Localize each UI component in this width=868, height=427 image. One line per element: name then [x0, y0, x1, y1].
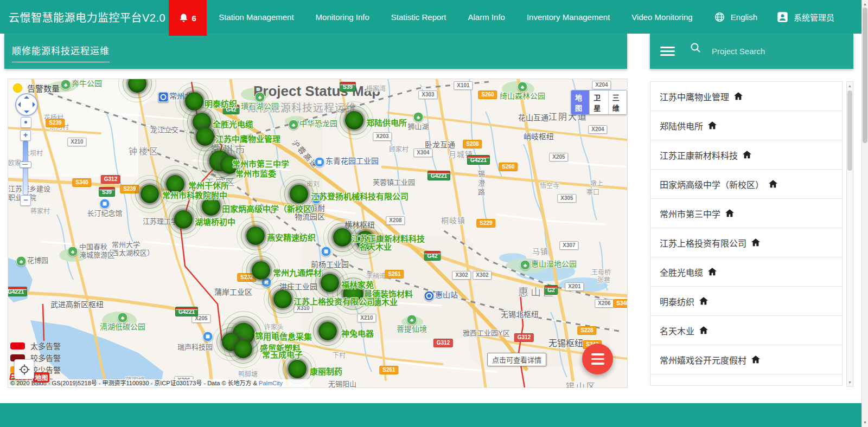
palmcity-link[interactable]: PalmCity	[259, 380, 283, 386]
pan-down-icon[interactable]	[24, 111, 29, 113]
map-road-badge: X303	[418, 90, 437, 99]
map-place-label: 雅西工业园Y区	[463, 327, 510, 338]
navbar-right: English 系统管理员	[714, 11, 868, 23]
map-place-label: 寨口	[586, 187, 599, 196]
map-road-badge: X101	[454, 81, 473, 90]
page-scrollbar[interactable]: ▲ ▼	[861, 0, 868, 427]
language-switch[interactable]: English	[731, 12, 757, 22]
map-road-badge: S340	[72, 178, 91, 187]
globe-icon[interactable]	[714, 11, 725, 23]
pan-right-icon[interactable]	[33, 102, 35, 107]
zoom-slider-thumb[interactable]	[20, 161, 31, 168]
map-canvas[interactable]: Project Status Map 顺修能源科技远程运维 S39X101X30…	[8, 79, 628, 388]
home-icon	[734, 92, 743, 100]
project-list-item[interactable]: 田家炳高级中学（新校区）	[650, 170, 842, 199]
page-scroll-down-icon[interactable]: ▼	[862, 419, 868, 426]
zoom-in-button[interactable]: +	[20, 130, 31, 141]
map-place-label: 顾家村	[389, 144, 409, 153]
map-poi-label: 长汀纪念馆	[87, 209, 122, 217]
nav-item[interactable]: Alarm Info	[468, 12, 505, 22]
map-title: Project Status Map	[208, 83, 425, 100]
project-list-item[interactable]: 江苏上格投资有限公司	[650, 228, 842, 257]
project-list-scrollbar[interactable]: ▲ ▼	[846, 81, 853, 387]
nav-item[interactable]: Video Monitoring	[631, 12, 692, 22]
map-poi-label: 惠山站	[435, 291, 458, 299]
search-input[interactable]	[711, 46, 821, 56]
layer-button[interactable]: 地图	[571, 90, 589, 114]
layer-button[interactable]: 卫星	[589, 90, 608, 114]
map-road-badge: S261	[385, 270, 404, 279]
project-list-item[interactable]: 常州嬉戏谷开元度假村	[650, 345, 842, 374]
menu-icon[interactable]	[660, 47, 675, 56]
map-road-badge: S261	[379, 366, 398, 374]
project-list-item[interactable]: 郑陆供电所	[650, 111, 842, 140]
map-reset-button[interactable]	[21, 117, 31, 128]
transit-poi-icon	[158, 92, 169, 102]
app-title: 云憬智慧能源电力监控平台V2.0	[9, 9, 165, 25]
home-icon	[751, 355, 760, 364]
map-place-label: 龙江立交	[150, 124, 178, 134]
crosshair-icon	[19, 364, 30, 375]
map-place-label: 无锡阳山	[328, 378, 356, 388]
pan-left-icon[interactable]	[18, 102, 21, 107]
map-poi-label: 东青花园工业园	[326, 157, 379, 165]
project-list-item[interactable]	[650, 374, 842, 386]
scroll-up-icon[interactable]: ▲	[847, 82, 853, 89]
project-list-item[interactable]: 常州市第三中学	[650, 199, 842, 228]
project-list-item[interactable]: 明泰纺织	[650, 287, 842, 316]
locate-button[interactable]	[14, 359, 34, 379]
map-road-badge: S340	[613, 299, 628, 308]
layer-button[interactable]: 三维	[608, 90, 627, 114]
page-scroll-up-icon[interactable]: ▲	[862, 1, 868, 8]
zoom-slider-track[interactable]	[23, 141, 28, 195]
map-marker-label: 神兔电器	[341, 327, 374, 339]
project-list-item[interactable]: 全胜光电缆	[650, 257, 842, 287]
nav-item[interactable]: Inventory Management	[527, 12, 610, 22]
map-marker-label: 田家炳高级中学（新校区）	[222, 203, 320, 214]
scroll-down-icon[interactable]: ▼	[847, 379, 853, 386]
nav-item[interactable]: Station Management	[219, 12, 293, 22]
zoom-out-button[interactable]: −	[20, 195, 31, 206]
scrollbar-thumb[interactable]	[847, 90, 852, 171]
map-layer-switcher: 地图卫星三维	[571, 90, 627, 115]
alarm-indicator[interactable]: 6	[169, 0, 207, 36]
project-name: 江苏正康新材料科技	[660, 148, 738, 161]
map-marker-label: 江苏上格投资有限公司	[293, 295, 375, 307]
search-icon[interactable]	[690, 42, 701, 53]
map-road-badge: G42	[424, 251, 441, 261]
home-icon	[708, 121, 717, 130]
map-road-badge: G2	[544, 285, 558, 295]
map-road-badge: G4221	[467, 155, 490, 165]
map-place-label: 钟楼区	[129, 144, 159, 157]
map-road-badge: X204	[592, 81, 611, 89]
map-poi-label: 菩提仙境	[397, 325, 427, 333]
map-road-badge: S260	[478, 90, 497, 99]
map-pan-control[interactable]	[15, 93, 38, 116]
nav-item[interactable]: Statistic Report	[391, 12, 446, 22]
map-poi-label: 花博园	[27, 256, 48, 264]
map-place-label: 花山互通	[518, 112, 548, 122]
project-list: 江苏中鹰物业管理郑陆供电所江苏正康新材料科技田家炳高级中学（新校区）常州市第三中…	[650, 81, 843, 386]
map-place-label: 蒋家村	[30, 206, 50, 215]
home-icon	[725, 209, 734, 217]
park-poi-icon: ♣	[255, 92, 265, 102]
project-list-item[interactable]: 名天木业	[650, 316, 842, 345]
bell-icon	[179, 13, 188, 23]
map-road-badge: G4221	[8, 287, 27, 296]
map-road-badge: S260	[499, 163, 518, 171]
project-list-item[interactable]: 江苏中鹰物业管理	[650, 82, 842, 111]
map-menu-fab[interactable]	[582, 344, 613, 374]
map-road-badge: X210	[357, 314, 376, 322]
pan-up-icon[interactable]	[24, 96, 29, 99]
nav-item[interactable]: Monitoring Info	[316, 12, 369, 22]
map-poi-label: 狮山湖	[407, 122, 429, 131]
project-list-item[interactable]: 江苏正康新材料科技	[650, 140, 842, 170]
map-road-badge: X204	[588, 125, 607, 134]
map-marker-label: 全胜光电缆	[213, 118, 253, 130]
project-name: 明泰纺织	[660, 295, 694, 308]
page-scrollbar-thumb[interactable]	[863, 8, 867, 143]
map-road-badge: G312	[101, 175, 120, 184]
user-icon[interactable]	[777, 11, 788, 23]
map-road-badge: X210	[67, 138, 86, 146]
alarm-count: 6	[192, 14, 196, 23]
